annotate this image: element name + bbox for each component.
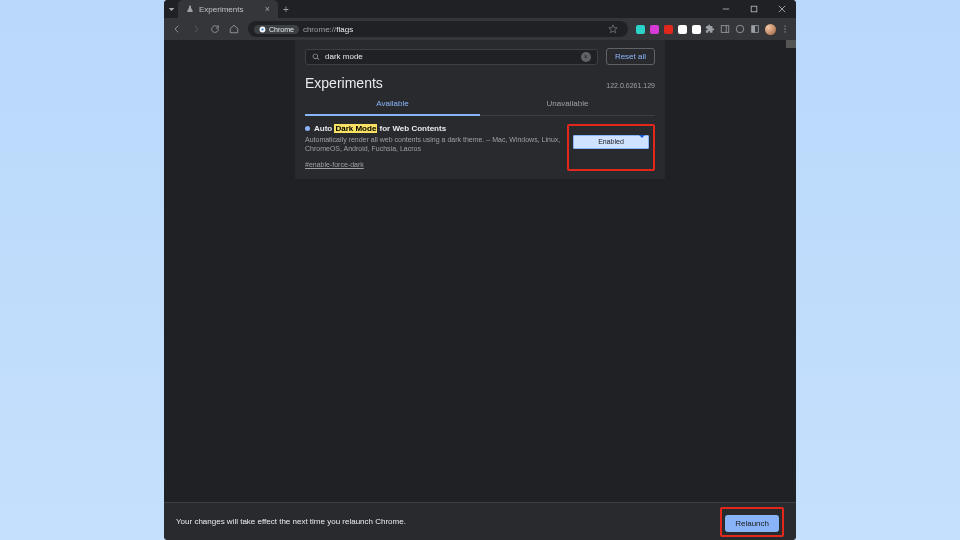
experiments-tabs: Available Unavailable <box>305 93 655 116</box>
minimize-button[interactable] <box>712 0 740 18</box>
flag-description: Automatically render all web contents us… <box>305 135 561 153</box>
extension-icon[interactable] <box>689 22 703 36</box>
extension-icon[interactable] <box>633 22 647 36</box>
maximize-button[interactable] <box>740 0 768 18</box>
svg-point-12 <box>784 28 785 29</box>
toolbar-square-icon[interactable] <box>748 22 762 36</box>
page-title: Experiments <box>305 75 383 91</box>
profile-avatar[interactable] <box>763 22 777 36</box>
modified-indicator-icon <box>305 126 310 131</box>
tab-search-dropdown[interactable] <box>164 0 178 18</box>
chrome-icon <box>259 26 266 33</box>
chrome-chip: Chrome <box>254 25 299 34</box>
window-controls <box>712 0 796 18</box>
highlight-box: Relaunch <box>720 507 784 537</box>
url-text: chrome://flags <box>303 25 353 34</box>
home-button[interactable] <box>225 20 243 38</box>
flag-item: Auto Dark Mode for Web Contents Automati… <box>295 116 665 179</box>
clear-search-icon[interactable]: × <box>581 52 591 62</box>
svg-rect-6 <box>721 26 729 33</box>
titlebar: Experiments × + <box>164 0 796 18</box>
search-highlight: Dark Mode <box>334 124 377 133</box>
svg-point-5 <box>261 28 263 30</box>
address-bar[interactable]: Chrome chrome://flags <box>248 21 628 37</box>
back-button[interactable] <box>168 20 186 38</box>
google-shortcut-icon[interactable] <box>733 22 747 36</box>
extensions-puzzle-icon[interactable] <box>703 22 717 36</box>
version-label: 122.0.6261.129 <box>606 82 655 89</box>
toolbar: Chrome chrome://flags <box>164 18 796 40</box>
relaunch-message: Your changes will take effect the next t… <box>176 517 406 526</box>
search-icon <box>312 53 320 61</box>
tab-title: Experiments <box>199 5 243 14</box>
new-tab-button[interactable]: + <box>278 0 294 18</box>
flask-icon <box>186 5 194 13</box>
relaunch-button[interactable]: Relaunch <box>725 515 779 532</box>
extension-icon[interactable] <box>647 22 661 36</box>
chrome-chip-label: Chrome <box>269 26 294 33</box>
flag-title: Auto Dark Mode for Web Contents <box>305 124 561 133</box>
tab-available[interactable]: Available <box>305 93 480 116</box>
svg-point-8 <box>736 25 744 33</box>
flag-state-select[interactable]: Enabled <box>573 135 649 149</box>
svg-rect-1 <box>751 6 757 12</box>
browser-tab[interactable]: Experiments × <box>178 0 278 18</box>
experiments-panel: × Reset all Experiments 122.0.6261.129 A… <box>295 40 665 179</box>
extensions-row <box>633 22 717 36</box>
tab-unavailable[interactable]: Unavailable <box>480 93 655 115</box>
relaunch-bar: Your changes will take effect the next t… <box>164 502 796 540</box>
flag-search-input[interactable] <box>325 52 576 61</box>
svg-point-11 <box>784 25 785 26</box>
svg-point-13 <box>784 31 785 32</box>
extension-icon[interactable] <box>675 22 689 36</box>
side-panel-icon[interactable] <box>718 22 732 36</box>
flag-id-link[interactable]: #enable-force-dark <box>305 161 364 168</box>
flag-search-box[interactable]: × <box>305 49 598 65</box>
svg-rect-10 <box>752 26 755 33</box>
close-window-button[interactable] <box>768 0 796 18</box>
highlight-box: Enabled <box>567 124 655 171</box>
bookmark-star-icon[interactable] <box>604 20 622 38</box>
forward-button[interactable] <box>187 20 205 38</box>
reset-all-button[interactable]: Reset all <box>606 48 655 65</box>
page-content: × Reset all Experiments 122.0.6261.129 A… <box>164 40 796 502</box>
reload-button[interactable] <box>206 20 224 38</box>
browser-window: Experiments × + Chrome chrome://flags <box>164 0 796 540</box>
menu-dots-icon[interactable] <box>778 22 792 36</box>
scrollbar[interactable] <box>786 40 796 48</box>
extension-icon[interactable] <box>661 22 675 36</box>
close-tab-icon[interactable]: × <box>265 4 270 14</box>
